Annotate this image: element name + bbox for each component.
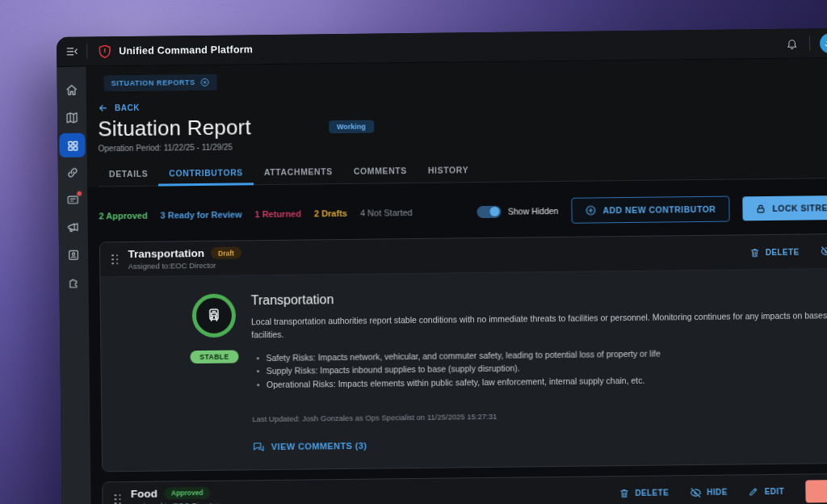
sidebar-collapse-button[interactable] xyxy=(57,45,86,58)
home-icon xyxy=(65,84,78,97)
summary-counts: 2 Approved 3 Ready for Review 1 Returned… xyxy=(99,208,412,220)
drag-handle-icon[interactable] xyxy=(114,494,121,504)
app-title: Unified Command Platform xyxy=(119,44,253,57)
count-approved: 2 Approved xyxy=(99,211,147,221)
bell-icon xyxy=(786,37,798,49)
close-circle-icon[interactable] xyxy=(200,78,210,87)
show-hidden-label: Show Hidden xyxy=(508,206,559,216)
breadcrumb-chip[interactable]: SITUATION REPORTS xyxy=(104,74,217,92)
sidebar-item-map[interactable] xyxy=(59,106,85,130)
trash-icon xyxy=(619,488,629,498)
section-paragraph: Local transportation authorities report … xyxy=(251,309,827,341)
arrow-left-icon xyxy=(98,103,108,113)
topbar-divider xyxy=(809,36,810,50)
edit-button[interactable]: EDIT xyxy=(749,486,785,498)
show-hidden-toggle[interactable] xyxy=(477,205,502,217)
view-comments-button[interactable]: VIEW COMMENTS (3) xyxy=(253,440,367,454)
risk-list: Safety Risks: Impacts network, vehicular… xyxy=(254,344,827,392)
notifications-button[interactable] xyxy=(786,37,798,49)
remove-button[interactable]: REMOVE xyxy=(805,479,827,502)
main-panel: SITUATION REPORTS BACK Situation Report xyxy=(86,57,827,504)
tab-contributors[interactable]: CONTRIBUTORS xyxy=(158,161,254,185)
card-title: Food xyxy=(131,488,157,500)
assigned-to: Assigned to:EOC Director xyxy=(131,501,219,504)
stage: Unified Command Platform JD xyxy=(0,0,827,504)
sidebar-item-messages[interactable] xyxy=(60,188,86,212)
back-label: BACK xyxy=(115,103,140,112)
page-header: SITUATION REPORTS BACK Situation Report xyxy=(86,57,827,187)
topbar-divider xyxy=(86,44,87,59)
sidebar-item-integrations[interactable] xyxy=(61,271,86,295)
brand-shield-icon xyxy=(99,44,111,58)
sidebar-item-dashboard[interactable] xyxy=(59,133,85,158)
pencil-icon xyxy=(749,487,759,498)
alert-dot xyxy=(76,191,82,197)
count-returned: 1 Returned xyxy=(254,209,301,220)
link-icon xyxy=(66,166,79,179)
contributor-card-transportation: Transportation Draft Assigned to:EOC Dir… xyxy=(99,233,827,472)
contributor-card-food: Food Approved Assigned to:EOC Director xyxy=(102,472,827,504)
tab-history[interactable]: HISTORY xyxy=(418,158,480,183)
sidebar-item-broadcast[interactable] xyxy=(61,216,86,240)
card-title: Transportation xyxy=(128,247,204,260)
card-header: Food Approved Assigned to:EOC Director xyxy=(103,473,827,504)
count-ready-for-review: 3 Ready for Review xyxy=(161,209,242,220)
eye-off-icon xyxy=(690,487,701,498)
trash-icon xyxy=(749,247,760,258)
user-avatar[interactable]: JD xyxy=(820,32,827,52)
status-bar: 2 Approved 3 Ready for Review 1 Returned… xyxy=(99,195,827,229)
app-window: Unified Command Platform JD xyxy=(57,27,827,504)
lock-icon xyxy=(755,204,766,214)
tab-comments[interactable]: COMMENTS xyxy=(343,159,418,183)
draft-badge: Draft xyxy=(211,246,241,258)
count-not-started: 4 Not Started xyxy=(360,208,413,218)
add-new-contributor-button[interactable]: ADD NEW CONTRIBUTOR xyxy=(571,196,729,224)
drag-handle-icon[interactable] xyxy=(111,254,119,265)
map-icon xyxy=(65,111,78,124)
sidebar-item-home[interactable] xyxy=(59,78,85,103)
hide-button[interactable]: HIDE xyxy=(690,487,728,499)
puzzle-icon xyxy=(67,276,80,289)
tab-details[interactable]: DETAILS xyxy=(99,162,159,187)
transportation-status-ring xyxy=(192,294,237,338)
back-button[interactable]: BACK xyxy=(98,103,140,114)
delete-button[interactable]: DELETE xyxy=(749,246,800,258)
hide-button[interactable]: HIDE xyxy=(820,246,827,258)
section-heading: Transportation xyxy=(251,286,827,308)
megaphone-icon xyxy=(67,221,80,234)
plus-circle-icon xyxy=(585,204,596,216)
status-badge: Working xyxy=(329,120,374,133)
sidebar-item-links[interactable] xyxy=(60,161,86,185)
contact-card-icon xyxy=(67,249,80,262)
menu-collapse-icon xyxy=(65,45,78,58)
contributors-section: 2 Approved 3 Ready for Review 1 Returned… xyxy=(87,178,827,504)
delete-button[interactable]: DELETE xyxy=(619,488,669,499)
lock-sitrep-button[interactable]: LOCK SITREP xyxy=(742,195,827,220)
comments-icon xyxy=(253,441,265,453)
dashboard-grid-icon xyxy=(66,139,78,151)
assigned-to: Assigned to:EOC Director xyxy=(128,260,241,271)
sidebar-item-contacts[interactable] xyxy=(61,243,86,267)
stable-badge: STABLE xyxy=(190,350,239,363)
count-drafts: 2 Drafts xyxy=(314,208,347,218)
page-title: Situation Report xyxy=(98,115,251,141)
last-updated: Last Updated: Josh Gonzales as Ops Speci… xyxy=(252,407,827,423)
approved-badge: Approved xyxy=(164,487,211,500)
train-icon xyxy=(205,307,223,325)
tab-attachments[interactable]: ATTACHMENTS xyxy=(254,160,343,184)
breadcrumb-label: SITUATION REPORTS xyxy=(111,78,195,87)
eye-off-icon xyxy=(820,246,827,257)
